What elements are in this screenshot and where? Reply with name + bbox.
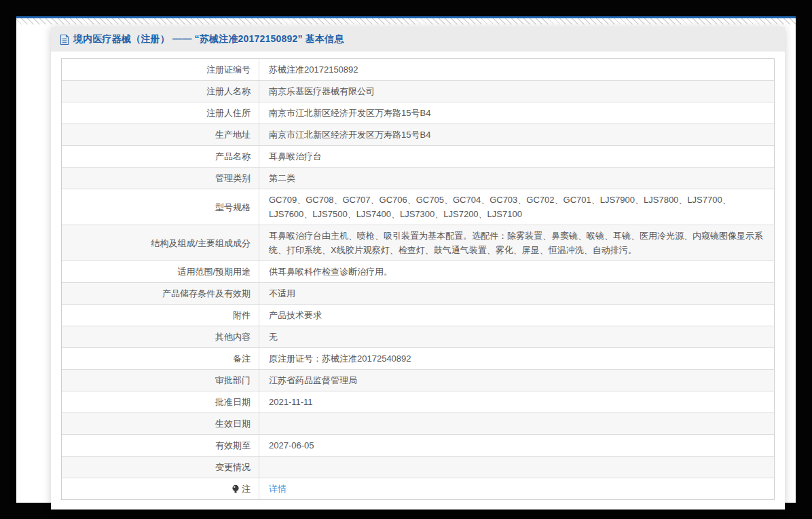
- table-row: 注册人名称南京乐基医疗器械有限公司: [62, 81, 774, 102]
- page-background: 境内医疗器械（注册） —— “苏械注准20172150892” 基本信息 注册证…: [16, 16, 796, 503]
- row-label-text: 注: [242, 482, 251, 496]
- row-label-text: 生效日期: [215, 417, 251, 431]
- row-label: 产品名称: [62, 146, 259, 167]
- row-value-text: 耳鼻喉治疗台: [269, 149, 322, 164]
- row-value: 2027-06-05: [259, 435, 774, 456]
- table-row: 产品储存条件及有效期不适用: [62, 283, 774, 305]
- table-row: 管理类别第二类: [62, 168, 774, 189]
- table-row: 型号规格GC709、GC708、GC707、GC706、GC705、GC704、…: [62, 189, 774, 225]
- row-label-text: 注册证编号: [206, 62, 251, 77]
- row-value: 苏械注准20172150892: [259, 59, 774, 80]
- row-label: 型号规格: [62, 189, 259, 225]
- row-value-text: 南京市江北新区经济开发区万寿路15号B4: [269, 106, 430, 120]
- row-label-text: 其他内容: [215, 330, 251, 344]
- row-value: 供耳鼻喉科作检查诊断治疗用。: [259, 261, 774, 282]
- row-label: 管理类别: [62, 168, 259, 189]
- table-row: 备注原注册证号：苏械注准20172540892: [62, 348, 774, 370]
- page-title: 境内医疗器械（注册） —— “苏械注准20172150892” 基本信息: [73, 33, 344, 45]
- table-row: 其他内容无: [62, 326, 774, 348]
- row-label-text: 产品储存条件及有效期: [162, 286, 251, 301]
- row-label: 其他内容: [62, 326, 259, 347]
- row-value-text: 苏械注准20172150892: [269, 62, 358, 77]
- row-label-text: 管理类别: [215, 171, 251, 185]
- row-value-text: 南京市江北新区经济开发区万寿路15号B4: [269, 128, 430, 142]
- row-label: 结构及组成/主要组成成分: [62, 225, 259, 261]
- row-label: 变更情况: [62, 457, 259, 478]
- row-label: 生产地址: [62, 124, 259, 145]
- row-value-text: 2027-06-05: [269, 438, 314, 453]
- row-value-text: 耳鼻喉治疗台由主机、喷枪、吸引装置为基本配置。选配件：除雾装置、鼻窦镜、喉镜、耳…: [269, 229, 764, 257]
- details-link[interactable]: 详情: [269, 482, 287, 496]
- row-label-text: 适用范围/预期用途: [177, 265, 251, 279]
- row-label-text: 批准日期: [215, 395, 251, 409]
- card-header: 境内医疗器械（注册） —— “苏械注准20172150892” 基本信息: [51, 27, 785, 52]
- row-label-text: 注册人名称: [206, 84, 251, 98]
- row-value: 南京市江北新区经济开发区万寿路15号B4: [259, 124, 774, 145]
- row-label: 注: [62, 478, 259, 499]
- row-label-text: 结构及组成/主要组成成分: [151, 236, 251, 250]
- table-row: 有效期至2027-06-05: [62, 435, 774, 457]
- row-label-text: 审批部门: [215, 373, 251, 387]
- row-label: 批准日期: [62, 391, 259, 412]
- document-icon: [60, 35, 69, 45]
- table-row: 审批部门江苏省药品监督管理局: [62, 370, 774, 391]
- row-label-text: 生产地址: [215, 128, 251, 142]
- table-row: 结构及组成/主要组成成分耳鼻喉治疗台由主机、喷枪、吸引装置为基本配置。选配件：除…: [62, 225, 774, 261]
- row-value: 无: [259, 326, 774, 347]
- bulb-icon: [232, 484, 240, 494]
- row-value: 第二类: [259, 168, 774, 189]
- row-value: 详情: [259, 478, 774, 499]
- row-label: 注册人名称: [62, 81, 259, 102]
- table-row: 注册证编号苏械注准20172150892: [62, 59, 774, 81]
- row-value-text: 江苏省药品监督管理局: [269, 373, 357, 387]
- table-row: 变更情况: [62, 457, 774, 478]
- row-label-text: 产品名称: [215, 149, 251, 164]
- row-label: 注册证编号: [62, 59, 259, 80]
- row-label: 有效期至: [62, 435, 259, 456]
- row-value-text: 供耳鼻喉科作检查诊断治疗用。: [269, 265, 392, 279]
- row-label: 适用范围/预期用途: [62, 261, 259, 282]
- table-row: 注详情: [62, 478, 774, 499]
- row-value-text: 产品技术要求: [269, 308, 322, 322]
- row-label: 备注: [62, 348, 259, 369]
- row-label-text: 注册人住所: [206, 106, 251, 120]
- table-row: 产品名称耳鼻喉治疗台: [62, 146, 774, 168]
- row-label: 注册人住所: [62, 102, 259, 123]
- row-value: 南京市江北新区经济开发区万寿路15号B4: [259, 102, 774, 123]
- hatched-strip: [16, 18, 796, 24]
- table-row: 附件产品技术要求: [62, 305, 774, 326]
- row-value: [259, 413, 774, 434]
- row-value-text: 南京乐基医疗器械有限公司: [269, 84, 375, 98]
- table-row: 生产地址南京市江北新区经济开发区万寿路15号B4: [62, 124, 774, 146]
- row-label-text: 有效期至: [215, 438, 251, 453]
- table-row: 适用范围/预期用途供耳鼻喉科作检查诊断治疗用。: [62, 261, 774, 283]
- row-value: 耳鼻喉治疗台由主机、喷枪、吸引装置为基本配置。选配件：除雾装置、鼻窦镜、喉镜、耳…: [259, 225, 774, 261]
- table-row: 生效日期: [62, 413, 774, 435]
- row-value-text: 第二类: [269, 171, 295, 185]
- row-value: GC709、GC708、GC707、GC706、GC705、GC704、GC70…: [259, 189, 774, 225]
- row-value: 南京乐基医疗器械有限公司: [259, 81, 774, 102]
- row-value: 产品技术要求: [259, 305, 774, 326]
- row-value-text: 原注册证号：苏械注准20172540892: [269, 351, 411, 366]
- row-value: 江苏省药品监督管理局: [259, 370, 774, 391]
- row-value: 耳鼻喉治疗台: [259, 146, 774, 167]
- row-value-text: 2021-11-11: [269, 395, 313, 409]
- row-label-text: 备注: [233, 351, 251, 366]
- table-row: 注册人住所南京市江北新区经济开发区万寿路15号B4: [62, 102, 774, 124]
- row-value: [259, 457, 774, 478]
- table-row: 批准日期2021-11-11: [62, 391, 774, 413]
- row-label: 产品储存条件及有效期: [62, 283, 259, 304]
- row-value-text: 不适用: [269, 286, 295, 301]
- row-value: 2021-11-11: [259, 391, 774, 412]
- row-label-text: 型号规格: [215, 200, 251, 214]
- row-label-text: 变更情况: [215, 460, 251, 474]
- row-value: 不适用: [259, 283, 774, 304]
- row-value-text: 无: [269, 330, 278, 344]
- row-label: 审批部门: [62, 370, 259, 391]
- registration-table: 注册证编号苏械注准20172150892注册人名称南京乐基医疗器械有限公司注册人…: [61, 58, 775, 500]
- row-label-text: 附件: [233, 308, 251, 322]
- row-value: 原注册证号：苏械注准20172540892: [259, 348, 774, 369]
- row-label: 生效日期: [62, 413, 259, 434]
- registration-info-card: 境内医疗器械（注册） —— “苏械注准20172150892” 基本信息 注册证…: [51, 27, 785, 510]
- row-value-text: GC709、GC708、GC707、GC706、GC705、GC704、GC70…: [269, 193, 764, 221]
